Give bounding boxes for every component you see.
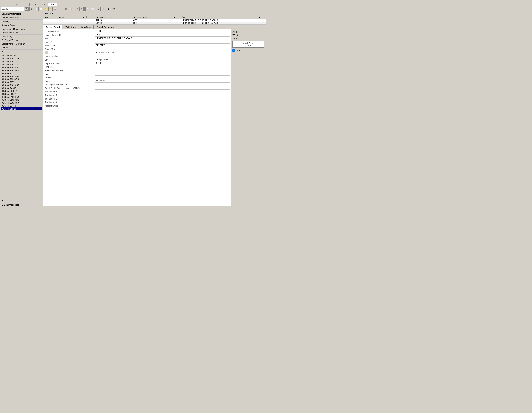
group-item-14[interactable]: 91.Score.Z102315K	[1, 96, 42, 98]
toolbar-btn-paste[interactable]: 📋	[68, 7, 73, 11]
group-item-9[interactable]: 89.Score.Z3772	[1, 81, 42, 84]
col-header-a[interactable]: ▶ a	[43, 15, 57, 19]
field-city-postal-code: City Postal Code 42246	[44, 62, 230, 65]
tab-102[interactable]: 102	[21, 2, 29, 6]
group-item-10[interactable]: 90.Score.Z102315C	[1, 84, 42, 87]
group-item-1[interactable]: 88.Score.Z102315B	[1, 57, 42, 60]
vendor-input[interactable]: Vendor	[1, 7, 24, 11]
group-item-8[interactable]: 89.Score.Z231471A	[1, 78, 42, 81]
tab-104[interactable]: 104	[39, 2, 48, 6]
group-item-5[interactable]: 88.Score.Z102394A	[1, 69, 42, 72]
detail-scroll-up-btn[interactable]: ▲	[45, 51, 48, 54]
group-item-4[interactable]: 88.Score.Z102315L	[1, 66, 42, 69]
toolbar-btn-bullet1[interactable]: •≡	[75, 7, 79, 11]
col-header-source-system-id[interactable]: ▶ Source System ID	[132, 15, 172, 19]
scroll-down-btn[interactable]: ▼	[1, 199, 4, 202]
group-scroll-controls: ▲	[0, 49, 43, 53]
detail-scroll-up: ▲	[45, 51, 48, 54]
group-item-15[interactable]: 91.Score.Z102346B	[1, 98, 42, 101]
right-item-0[interactable]: Z0396	[232, 31, 265, 33]
group-item-13[interactable]: 90.Score.ZL262	[1, 93, 42, 96]
tab-100[interactable]: 100	[12, 2, 20, 6]
toolbar-btn-chart2[interactable]: 📈	[90, 7, 95, 11]
tab-record-detail[interactable]: Record Detail	[43, 25, 62, 29]
tab-bar: 101 100 102 103 104 105	[0, 0, 266, 6]
col-header-box[interactable]: ▶ □	[81, 15, 95, 19]
search-param-group[interactable]: Group	[0, 46, 43, 49]
col-header-name1[interactable]: Name 1	[180, 15, 257, 19]
field-region: Region	[44, 72, 230, 76]
tab-validations[interactable]: Validations	[63, 25, 78, 29]
toolbar-btn-doc4[interactable]: 📂	[48, 7, 53, 11]
group-item-12[interactable]: 90.Score.ZKX20A	[1, 90, 42, 93]
field-country: Country SWEDEN	[44, 79, 230, 83]
toolbar-btn-bullet2[interactable]: •≡	[79, 7, 84, 11]
right-list: Z0396 ZC29 ZM685	[232, 31, 265, 40]
col-header-arrow[interactable]: ▶	[172, 15, 180, 19]
field-house-number: House Number	[44, 55, 230, 58]
group-item-11[interactable]: 90.Score.ZA037	[1, 87, 42, 90]
left-panel: Search Parameters Source System ID Count…	[0, 12, 43, 206]
right-panel: Records ▶ a ▶ Matche	[43, 12, 266, 206]
toolbar-btn-scissors[interactable]: ✂	[59, 7, 63, 11]
search-param-commodity[interactable]: Commodity	[0, 35, 43, 38]
group-item-16[interactable]: 91.Score.Z102394A	[1, 101, 42, 104]
search-param-commodity-group[interactable]: Commodity Group	[0, 31, 43, 35]
right-item-2[interactable]: ZM685	[232, 37, 265, 40]
separator-3	[74, 7, 74, 11]
toolbar-btn-doc2[interactable]: 📋	[39, 7, 43, 11]
toolbar-btn-lock[interactable]: 🔒	[96, 7, 101, 11]
toolbar-btn-next[interactable]: ▶|	[107, 7, 111, 11]
field-street: Street EXPORTGATAN 47B	[44, 51, 230, 54]
records-table: ▶ a ▶ Matche ▶ □ ▶ Local Vendor ID	[43, 15, 266, 25]
field-duns: Credit Card Information Number (DUNS)	[44, 87, 230, 90]
group-item-7[interactable]: 89.Score.Z102329A	[1, 75, 42, 78]
record-row-0[interactable]: ZHH10 CBS HEXATRONIC ELEKTRONIK & DATA A…	[43, 19, 266, 22]
field-po-box-postal-code: PO Box Postal Code	[44, 69, 230, 72]
search-param-country[interactable]: Country	[0, 20, 43, 23]
field-tax1: Tax Number 1	[44, 90, 230, 93]
group-item-6[interactable]: 88.Score.Z3772	[1, 72, 42, 75]
toolbar-btn-chart[interactable]: 📊	[86, 7, 90, 11]
separator-5	[95, 7, 95, 11]
match-processed-label: Match Processed	[0, 203, 43, 206]
col-header-matched[interactable]: ▶ Matche	[57, 15, 81, 19]
search-param-preferred-vendor[interactable]: Preferred Vendor	[0, 38, 43, 42]
search-param-commodity-group-spend[interactable]: Commodity Group Spend	[0, 27, 43, 31]
toolbar-btn-search[interactable]: 🔍	[101, 7, 105, 11]
group-item-3[interactable]: 88.Score.Z102315F	[1, 63, 42, 66]
vendor-dropdown[interactable]: ▼	[25, 8, 28, 11]
filter-checkbox[interactable]: Filter	[232, 49, 265, 52]
group-item-0[interactable]: 86.Score.ZGOLF	[1, 54, 42, 57]
search-param-account-group[interactable]: Account Group	[0, 23, 43, 27]
record-row-1[interactable]: ZM685 CBS HEXATRONIC ELEKTRONIK & DATA A…	[43, 22, 266, 25]
filter-checkbox-input[interactable]	[232, 49, 235, 52]
right-item-1[interactable]: ZC29	[232, 34, 265, 37]
toolbar-btn-doc1[interactable]: 📄	[34, 7, 38, 11]
match-score-box: Match Score [3 of 3]	[232, 41, 265, 48]
separator-4	[85, 7, 85, 11]
toolbar-btn-grid[interactable]: ⊞	[29, 7, 34, 11]
tab-103[interactable]: 103	[30, 2, 39, 6]
toolbar-btn-close[interactable]: ✕	[112, 7, 116, 11]
content-area: Search Parameters Source System ID Count…	[0, 12, 266, 206]
tab-workflows[interactable]: Workflows	[79, 25, 94, 29]
group-item-2[interactable]: 88.Score.Z102315C	[1, 60, 42, 63]
search-param-source-system-id[interactable]: Source System ID	[0, 16, 43, 20]
scroll-up-btn[interactable]: ▲	[1, 50, 4, 53]
toolbar-btn-book[interactable]: 📖	[53, 7, 57, 11]
search-params-header: Search Parameters	[0, 12, 43, 16]
group-item-17[interactable]: 91.Score.Z3772	[1, 104, 42, 107]
match-score-label: Match Score	[233, 42, 264, 44]
toolbar: Vendor ▼ ⊞ 📄 📋 📁 📂 📖 ✂ ⎘ 📋 •≡ •≡ 📊 📈 🔒 🔍…	[0, 6, 266, 12]
search-param-global-vendor-group-id[interactable]: Global Vendor Group ID	[0, 42, 43, 46]
tab-105[interactable]: 105	[48, 2, 57, 6]
tab-search-selections[interactable]: Search Selections	[94, 25, 116, 29]
group-scroll-down: ▼	[0, 199, 43, 203]
field-name1: Name 1 HEXATRONIC ELEKTRONIK & DATA AB	[44, 37, 230, 40]
toolbar-btn-copy[interactable]: ⎘	[64, 7, 68, 11]
col-header-extra[interactable]: ▶	[258, 15, 266, 19]
toolbar-btn-doc3[interactable]: 📁	[44, 7, 48, 11]
col-header-local-vendor-id[interactable]: ▶ Local Vendor ID	[95, 15, 132, 19]
group-item-18[interactable]: 91.Score.ZHH10	[1, 107, 42, 110]
